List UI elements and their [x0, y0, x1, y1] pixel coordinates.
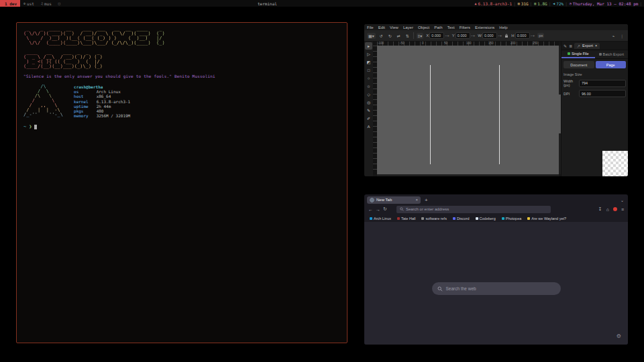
menu-item[interactable]: Filters — [460, 25, 470, 29]
snap-toggle-icon[interactable]: ⌁ — [610, 33, 616, 39]
status-segment: ◔ Thursday, Mar 13 — 02:48 pm | — [570, 1, 642, 6]
tab-title: New Tab — [376, 198, 392, 202]
export-mode-tab[interactable]: Single File — [561, 50, 595, 58]
flip-horizontal-button[interactable]: ⇄ — [396, 33, 402, 39]
w-value[interactable]: 0.000 — [482, 32, 497, 39]
new-tab-button[interactable]: + — [425, 197, 428, 203]
close-icon[interactable]: × — [595, 44, 597, 48]
menu-item[interactable]: Help — [499, 25, 507, 29]
bookmark-item[interactable]: Codeberg — [476, 217, 496, 221]
canvas-horizontal-scrollbar[interactable] — [377, 174, 559, 176]
bookmark-item[interactable]: Discord — [453, 217, 470, 221]
tool-icon[interactable]: □ — [365, 66, 372, 74]
rotate-cw-button[interactable]: ↻ — [387, 33, 393, 39]
fetch-label: pkgs — [74, 109, 94, 113]
reload-button[interactable]: ↻ — [383, 206, 387, 212]
tool-icon[interactable]: A — [365, 123, 372, 130]
menu-icon[interactable]: ≡ — [621, 207, 624, 212]
search-icon — [437, 286, 443, 292]
tool-icon[interactable]: ◎ — [365, 99, 372, 106]
width-input[interactable]: 794 — [579, 80, 626, 87]
ublock-icon[interactable] — [613, 207, 617, 211]
tool-icon[interactable]: ▷ — [365, 50, 372, 58]
workspace-tag[interactable]: ♫ mus — [38, 0, 55, 7]
tool-icon[interactable]: ✎ — [365, 107, 372, 114]
w-spinbox[interactable]: W 0.000 −+ — [478, 32, 502, 39]
tool-icon[interactable]: ✐ — [365, 115, 372, 122]
browser-window[interactable]: New Tab × + ⌄ ← → ↻ Search or enter addr… — [364, 194, 628, 345]
tab-list-chevron-icon[interactable]: ⌄ — [621, 198, 624, 202]
edit-dialog-icon[interactable]: ✎ — [564, 44, 567, 48]
h-stepper[interactable]: −+ — [531, 34, 535, 38]
status-text: 6.13.8-arch3-1 — [478, 1, 513, 6]
menu-item[interactable]: File — [367, 25, 374, 29]
y-stepper[interactable]: −+ — [471, 34, 475, 38]
bookmark-item[interactable]: software refs — [421, 217, 446, 221]
tool-icon[interactable]: ▸ — [365, 42, 372, 50]
shell-prompt[interactable]: ~ ❯ — [23, 124, 340, 129]
gear-icon[interactable]: ⚙ — [616, 333, 621, 339]
flip-vertical-button[interactable]: ⇅ — [405, 33, 411, 39]
h-label: H — [511, 34, 514, 38]
bookmark-item[interactable]: Arch Linux — [370, 217, 391, 221]
workspace-tag[interactable]: □ — [55, 0, 65, 7]
tool-icon[interactable]: ○ — [365, 74, 372, 82]
workspace-tag[interactable]: ⚙ ust — [20, 0, 38, 7]
export-icon: ↗ — [577, 44, 580, 48]
browser-tab[interactable]: New Tab × — [367, 196, 421, 204]
menu-item[interactable]: Object — [418, 25, 429, 29]
export-scope-button[interactable]: Document — [564, 61, 594, 68]
home-icon[interactable]: ⌂ — [606, 207, 609, 212]
export-dialog-tab[interactable]: ↗ Export × — [574, 43, 600, 49]
dpi-input[interactable]: 96.00 — [579, 90, 626, 97]
tab-close-icon[interactable]: × — [415, 198, 418, 202]
y-value[interactable]: 0.000 — [455, 32, 470, 39]
lock-ratio-icon[interactable] — [504, 34, 508, 38]
rotate-ccw-button[interactable]: ↺ — [378, 33, 384, 39]
status-segment: ▲ 6.13.8-arch3-1 | — [475, 1, 516, 6]
h-value[interactable]: 0.000 — [515, 32, 530, 39]
dpi-label: DPI — [564, 92, 577, 96]
url-bar[interactable]: Search or enter address — [396, 206, 551, 213]
menu-item[interactable]: Edit — [378, 25, 385, 29]
menu-item[interactable]: Path — [434, 25, 442, 29]
inkscape-window[interactable]: File Edit View Layer Object Path Text Fi… — [364, 24, 628, 176]
menu-item[interactable]: Text — [447, 25, 455, 29]
units-dropdown[interactable]: px — [537, 33, 544, 38]
tool-icon[interactable]: ☆ — [365, 82, 372, 90]
fetch-label: uptime — [74, 104, 94, 109]
forward-button[interactable]: → — [376, 207, 380, 212]
x-stepper[interactable]: −+ — [445, 34, 449, 38]
bookmark-item[interactable]: Are we Wayland yet? — [527, 217, 566, 221]
back-button[interactable]: ← — [368, 207, 373, 212]
export-scope-button[interactable]: Page — [596, 61, 627, 68]
x-spinbox[interactable]: X 0.000 −+ — [426, 32, 449, 39]
web-search-box[interactable]: Search the web — [432, 282, 561, 295]
export-mode-tab[interactable]: Batch Export — [595, 50, 629, 58]
menu-item[interactable]: Extensions — [475, 25, 494, 29]
w-stepper[interactable]: −+ — [498, 34, 502, 38]
globe-icon — [370, 198, 374, 202]
tool-icon[interactable]: ◇ — [365, 90, 372, 98]
canvas-area[interactable]: -100 -50 0 50 100 150 200 250 — [373, 42, 561, 176]
fetch-value: 2h 44m — [97, 104, 111, 109]
bookmark-item[interactable]: Photopea — [502, 217, 522, 221]
inkscape-toolbox: ▸ ▷ ◩ □ ○ ☆ — [364, 42, 373, 176]
menu-item[interactable]: View — [390, 25, 398, 29]
workspace-tag[interactable]: 1 dev — [0, 0, 20, 7]
export-dock-panel: ✎ ≣ ↗ Export × Single File — [561, 42, 628, 176]
select-mode-dropdown[interactable]: ▦▾ — [367, 33, 376, 39]
toolbar-overflow-icon[interactable]: ⋮ — [619, 33, 625, 39]
tool-icon[interactable]: ◩ — [365, 58, 372, 66]
menu-item[interactable]: Layer — [403, 25, 413, 29]
fetch-row: os Arch Linux — [74, 89, 130, 94]
y-spinbox[interactable]: Y 0.000 −+ — [452, 32, 475, 39]
terminal-window[interactable]: _ _ ____ __ ___ ___ __ __ ____ _ ( \/\/ … — [16, 22, 347, 343]
x-value[interactable]: 0.000 — [429, 32, 444, 39]
downloads-icon[interactable]: ↧ — [598, 206, 602, 212]
layers-dialog-icon[interactable]: ≣ — [569, 44, 572, 48]
align-dropdown[interactable]: ≡▾ — [417, 33, 424, 39]
bookmark-item[interactable]: Tate Hall — [397, 217, 415, 221]
drawing-canvas[interactable] — [377, 46, 559, 174]
h-spinbox[interactable]: H 0.000 −+ — [511, 32, 535, 39]
